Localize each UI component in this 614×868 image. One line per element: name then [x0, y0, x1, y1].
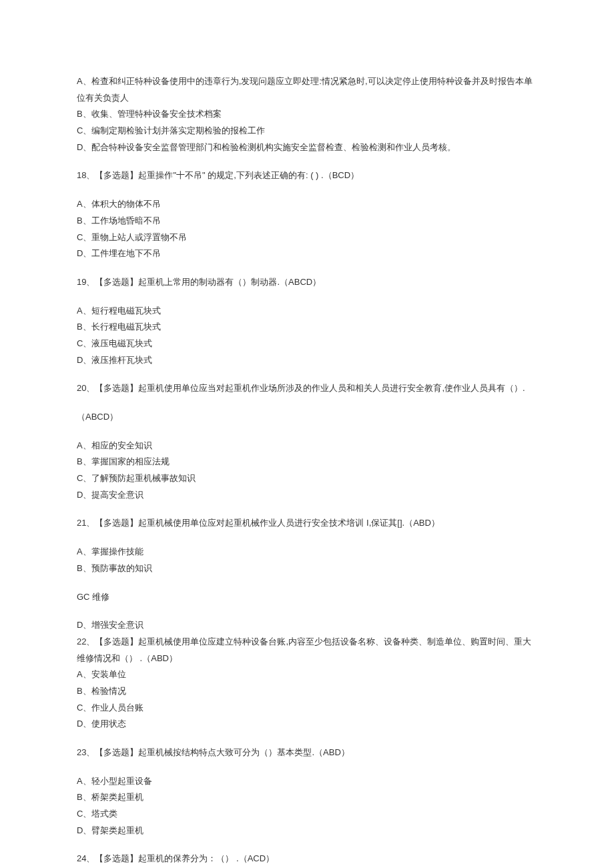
- option-b: B、长行程电磁瓦块式: [77, 319, 537, 336]
- question-19-stem: 19、【多选题】起重机上常用的制动器有（）制动器.（ABCD）: [77, 274, 537, 291]
- option-a: A、轻小型起重设备: [77, 773, 537, 790]
- question-21-stem: 21、【多选题】起重机械使用单位应对起重机械作业人员进行安全技术培训 I,保证其…: [77, 515, 537, 532]
- gc-text: GC 维修: [77, 589, 537, 606]
- stem-text: 19、【多选题】起重机上常用的制动器有（）制动器.（ABCD）: [77, 274, 537, 291]
- question-18-options: A、体积大的物体不吊 B、工作场地昏暗不吊 C、重物上站人或浮置物不吊 D、工件…: [77, 196, 537, 262]
- question-17-options: A、检查和纠正特种设备使用中的违章行为,发现问题应立即处理:情况紧急时,可以决定…: [77, 73, 537, 155]
- question-20-stem: 20、【多选题】起重机使用单位应当对起重机作业场所涉及的作业人员和相关人员进行安…: [77, 380, 537, 397]
- option-a: A、安装单位: [77, 667, 537, 683]
- option-c: C、作业人员台账: [77, 700, 537, 717]
- option-a: A、掌握操作技能: [77, 544, 537, 560]
- option-b: B、桥架类起重机: [77, 789, 537, 806]
- question-22-stem: 22、【多选题】起重机械使用单位应建立特种设备台账,内容至少包括设备名称、设备种…: [77, 634, 537, 667]
- option-c: C、液压电磁瓦块式: [77, 336, 537, 352]
- option-b: B、掌握国家的相应法规: [77, 454, 537, 470]
- question-23-options: A、轻小型起重设备 B、桥架类起重机 C、塔式类 D、臂架类起重机: [77, 773, 537, 839]
- option-d: D、使用状态: [77, 716, 537, 733]
- question-20-answer: （ABCD）: [77, 409, 537, 426]
- stem-text: 20、【多选题】起重机使用单位应当对起重机作业场所涉及的作业人员和相关人员进行安…: [77, 380, 537, 397]
- option-c: C、塔式类: [77, 806, 537, 823]
- option-d: D、增强安全意识: [77, 617, 537, 634]
- answer-text: （ABCD）: [77, 409, 537, 426]
- stem-text: 21、【多选题】起重机械使用单位应对起重机械作业人员进行安全技术培训 I,保证其…: [77, 515, 537, 532]
- stem-text: 18、【多选题】起重操作"十不吊" 的规定,下列表述正确的有: ( ) .（BC…: [77, 167, 537, 184]
- option-c: C、重物上站人或浮置物不吊: [77, 230, 537, 246]
- option-c: C、了解预防起重机械事故知识: [77, 470, 537, 487]
- stem-text: 24、【多选题】起重机的保养分为：（） .（ACD）: [77, 851, 537, 867]
- option-d: D、液压推杆瓦块式: [77, 352, 537, 369]
- option-a: A、相应的安全知识: [77, 438, 537, 454]
- option-a: A、体积大的物体不吊: [77, 196, 537, 213]
- option-b: B、预防事故的知识: [77, 560, 537, 577]
- option-b: B、工作场地昏暗不吊: [77, 213, 537, 230]
- question-20-options: A、相应的安全知识 B、掌握国家的相应法规 C、了解预防起重机械事故知识 D、提…: [77, 438, 537, 504]
- option-c: C、编制定期检验计划并落实定期检验的报检工作: [77, 123, 537, 139]
- question-21-d-and-22: D、增强安全意识 22、【多选题】起重机械使用单位应建立特种设备台账,内容至少包…: [77, 617, 537, 733]
- option-d: D、配合特种设备安全监督管理部门和检验检测机构实施安全监督检查、检验检测和作业人…: [77, 139, 537, 156]
- option-b: B、检验情况: [77, 683, 537, 700]
- option-d: D、提高安全意识: [77, 487, 537, 504]
- stem-text: 23、【多选题】起重机械按结构特点大致可分为（）基本类型.（ABD）: [77, 745, 537, 761]
- option-a: A、检查和纠正特种设备使用中的违章行为,发现问题应立即处理:情况紧急时,可以决定…: [77, 73, 537, 106]
- option-b: B、收集、管理特种设备安全技术档案: [77, 106, 537, 123]
- option-a: A、短行程电磁瓦块式: [77, 303, 537, 320]
- question-23-stem: 23、【多选题】起重机械按结构特点大致可分为（）基本类型.（ABD）: [77, 745, 537, 761]
- question-21-options-ab: A、掌握操作技能 B、预防事故的知识: [77, 544, 537, 576]
- question-18-stem: 18、【多选题】起重操作"十不吊" 的规定,下列表述正确的有: ( ) .（BC…: [77, 167, 537, 184]
- option-d: D、臂架类起重机: [77, 823, 537, 839]
- question-24-stem: 24、【多选题】起重机的保养分为：（） .（ACD）: [77, 851, 537, 867]
- option-d: D、工件埋在地下不吊: [77, 246, 537, 262]
- question-21-gc: GC 维修: [77, 589, 537, 606]
- question-19-options: A、短行程电磁瓦块式 B、长行程电磁瓦块式 C、液压电磁瓦块式 D、液压推杆瓦块…: [77, 303, 537, 369]
